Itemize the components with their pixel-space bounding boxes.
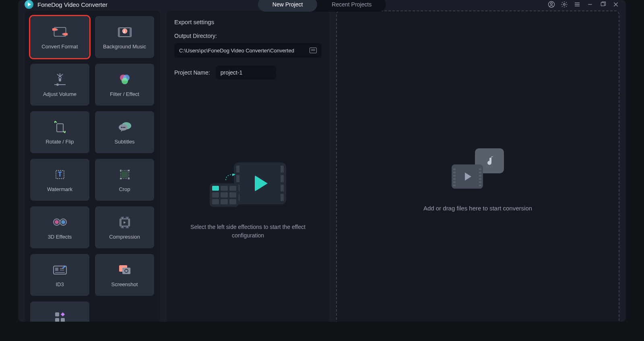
svg-rect-36 [120, 170, 122, 171]
subtitles-icon [117, 120, 133, 134]
svg-rect-58 [55, 312, 59, 316]
export-hint-text: Select the left side effections to start… [184, 223, 312, 240]
minimize-button[interactable] [586, 1, 594, 8]
svg-rect-47 [128, 219, 130, 226]
svg-rect-50 [55, 268, 58, 271]
svg-point-29 [121, 127, 122, 128]
tool-rotate-flip[interactable]: Rotate / Flip [30, 111, 89, 153]
tool-subtitles[interactable]: Subtitles [95, 111, 154, 153]
tool-screenshot[interactable]: Screenshot [95, 254, 154, 296]
tool-filter-effect[interactable]: Filter / Effect [95, 64, 154, 106]
svg-point-2 [564, 4, 566, 6]
tool-label: Compression [109, 234, 140, 240]
output-directory-field[interactable]: C:\Users\pc\FoneDog Video Converter\Conv… [174, 43, 322, 58]
svg-rect-56 [122, 268, 130, 274]
screenshot-icon [117, 263, 133, 277]
export-settings-panel: Export settings Output Directory: C:\Use… [166, 10, 330, 322]
tool-background-music[interactable]: Background Music [95, 16, 154, 58]
svg-rect-7 [601, 2, 604, 6]
tab-new-project[interactable]: New Project [258, 0, 317, 12]
tool-label: Background Music [103, 44, 146, 50]
svg-rect-38 [120, 178, 122, 179]
file-drop-zone[interactable]: Add or drag files here to start conversi… [336, 10, 619, 322]
svg-text:T: T [58, 171, 62, 178]
adjust-volume-icon [52, 73, 68, 86]
output-directory-value: C:\Users\pc\FoneDog Video Converter\Conv… [179, 48, 310, 54]
svg-marker-61 [232, 174, 235, 176]
compression-icon [117, 215, 133, 229]
svg-point-22 [56, 83, 59, 86]
watermark-icon: T [52, 168, 68, 181]
tool-label: Convert Format [41, 44, 78, 50]
svg-point-30 [122, 127, 124, 128]
more-icon [52, 310, 68, 322]
background-music-icon [117, 25, 133, 39]
tool-convert-format[interactable]: Convert Format [30, 16, 89, 58]
menu-icon[interactable] [574, 1, 581, 8]
svg-point-31 [124, 127, 125, 128]
app-title: FoneDog Video Converter [37, 1, 107, 8]
tool-label: ID3 [56, 281, 64, 287]
drop-zone-illustration [452, 148, 504, 189]
svg-marker-48 [124, 221, 126, 224]
svg-point-43 [61, 220, 65, 224]
tool-watermark[interactable]: T Watermark [30, 159, 89, 201]
tool-label: 3D Effects [48, 234, 72, 240]
svg-point-42 [55, 220, 59, 224]
svg-rect-59 [55, 318, 59, 322]
svg-rect-37 [128, 170, 130, 171]
project-name-label: Project Name: [174, 69, 210, 76]
crop-icon [117, 168, 133, 181]
tool-label: Screenshot [111, 281, 138, 287]
tool-label: Watermark [47, 186, 72, 192]
effect-config-illustration [210, 162, 286, 207]
tool-label: Filter / Effect [110, 91, 139, 97]
maximize-button[interactable] [599, 1, 607, 8]
tool-more[interactable]: More [30, 301, 89, 322]
output-directory-label: Output Directory: [174, 33, 322, 39]
svg-rect-14 [63, 33, 68, 35]
svg-rect-13 [52, 28, 56, 30]
svg-rect-20 [59, 78, 61, 81]
close-button[interactable] [612, 1, 619, 8]
svg-rect-17 [130, 28, 131, 37]
tool-crop[interactable]: Crop [95, 159, 154, 201]
svg-rect-60 [61, 318, 65, 322]
tool-id3[interactable]: ID3 [30, 254, 89, 296]
convert-format-icon [52, 25, 68, 39]
svg-point-1 [551, 2, 553, 4]
svg-point-25 [122, 78, 128, 84]
svg-rect-34 [122, 171, 128, 178]
svg-rect-46 [120, 219, 122, 226]
tool-compression[interactable]: Compression [95, 206, 154, 248]
svg-rect-39 [128, 178, 130, 179]
project-name-input[interactable] [216, 66, 276, 79]
tool-label: Adjust Volume [43, 91, 76, 97]
tool-label: Rotate / Flip [45, 139, 74, 145]
settings-icon[interactable] [561, 1, 568, 8]
svg-rect-16 [118, 28, 120, 37]
id3-icon [52, 263, 68, 277]
project-tabs: New Project Recent Projects [258, 0, 386, 12]
tool-label: Crop [119, 186, 130, 192]
filter-effect-icon [117, 73, 133, 86]
drop-zone-hint: Add or drag files here to start conversi… [423, 205, 532, 212]
tool-label: Subtitles [115, 139, 135, 145]
rotate-flip-icon [52, 120, 68, 134]
tool-3d-effects[interactable]: 3D Effects [30, 206, 89, 248]
tool-adjust-volume[interactable]: Adjust Volume [30, 64, 89, 106]
tool-sidebar: Convert Format Background Music Adjust V… [25, 10, 160, 322]
export-settings-title: Export settings [174, 19, 322, 25]
svg-rect-26 [57, 124, 63, 132]
browse-folder-icon[interactable] [310, 48, 317, 53]
3d-effects-icon [52, 215, 68, 229]
tab-recent-projects[interactable]: Recent Projects [317, 0, 386, 12]
titlebar: FoneDog Video Converter New Project Rece… [18, 0, 626, 9]
account-icon[interactable] [548, 1, 555, 8]
app-logo-icon [25, 0, 33, 9]
